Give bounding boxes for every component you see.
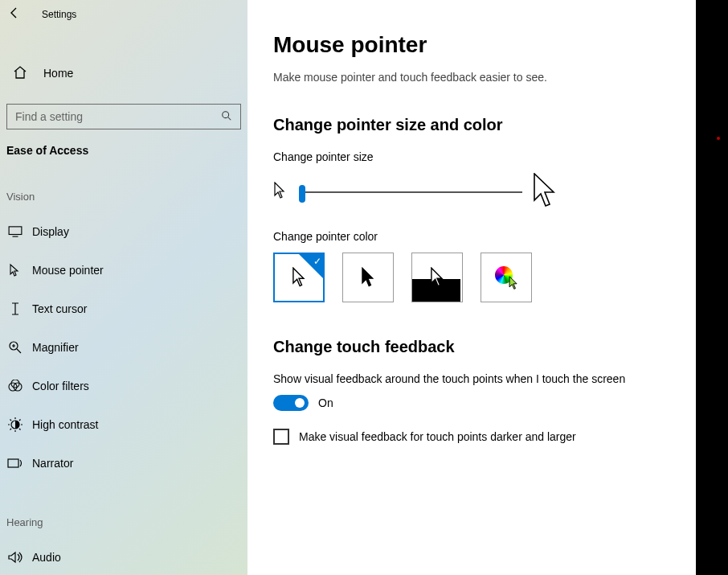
- toggle-knob: [295, 398, 305, 408]
- sidebar-item-display[interactable]: Display: [0, 212, 247, 251]
- magnifier-icon: [6, 340, 24, 355]
- home-label: Home: [43, 67, 73, 80]
- pointer-size-slider[interactable]: [299, 191, 522, 193]
- darker-larger-checkbox[interactable]: [273, 429, 289, 445]
- sidebar-item-color-filters[interactable]: Color filters: [0, 367, 247, 405]
- sidebar-item-magnifier[interactable]: Magnifier: [0, 328, 247, 367]
- touch-feedback-toggle[interactable]: [273, 395, 309, 411]
- app-title: Settings: [42, 9, 76, 20]
- touch-toggle-caption: Show visual feedback around the touch po…: [273, 372, 696, 385]
- category-title: Ease of Access: [0, 129, 247, 157]
- black-strip: [696, 0, 728, 575]
- cursor-small-icon: [273, 182, 289, 202]
- content-pane: Mouse pointer Make mouse pointer and tou…: [247, 0, 696, 575]
- check-icon: ✓: [313, 256, 321, 267]
- svg-rect-7: [8, 459, 18, 467]
- pointer-size-label: Change pointer size: [273, 150, 696, 163]
- search-icon: [221, 110, 232, 124]
- audio-icon: [6, 551, 24, 564]
- narrator-icon: [6, 457, 24, 470]
- color-option-inverted[interactable]: [411, 253, 463, 302]
- red-dot-icon: [717, 137, 720, 140]
- colorfilters-icon: [6, 380, 24, 392]
- group-hearing-label: Hearing: [0, 516, 247, 528]
- search-input[interactable]: Find a setting: [6, 104, 241, 129]
- slider-thumb[interactable]: [299, 185, 305, 203]
- color-option-white[interactable]: ✓: [273, 253, 325, 302]
- home-button[interactable]: Home: [0, 57, 247, 89]
- display-icon: [6, 226, 24, 237]
- section-size-color-title: Change pointer size and color: [273, 116, 696, 134]
- sidebar: Settings Home Find a setting Ease of Acc…: [0, 0, 247, 575]
- sidebar-item-label: Display: [32, 225, 69, 238]
- sidebar-item-text-cursor[interactable]: Text cursor: [0, 290, 247, 328]
- toggle-state-label: On: [318, 396, 333, 409]
- home-icon: [13, 65, 27, 82]
- sidebar-item-narrator[interactable]: Narrator: [0, 444, 247, 483]
- color-option-black[interactable]: [342, 253, 394, 302]
- sidebar-item-audio[interactable]: Audio: [0, 538, 247, 575]
- section-touch-title: Change touch feedback: [273, 338, 696, 356]
- highcontrast-icon: [6, 417, 24, 433]
- sidebar-item-label: Mouse pointer: [32, 264, 104, 277]
- textcursor-icon: [6, 302, 24, 316]
- group-vision-label: Vision: [0, 191, 247, 203]
- pointer-color-label: Change pointer color: [273, 230, 696, 243]
- pointer-size-slider-row: [273, 173, 696, 211]
- sidebar-item-label: High contrast: [32, 418, 98, 431]
- sidebar-item-label: Magnifier: [32, 341, 79, 354]
- darker-larger-label: Make visual feedback for touch points da…: [299, 430, 576, 443]
- search-placeholder: Find a setting: [15, 110, 83, 123]
- cursor-large-icon: [532, 173, 558, 211]
- pointer-icon: [6, 263, 24, 277]
- rainbow-icon: [495, 266, 517, 289]
- sidebar-item-label: Audio: [32, 551, 61, 564]
- sidebar-item-mouse-pointer[interactable]: Mouse pointer: [0, 251, 247, 290]
- svg-point-0: [223, 111, 229, 117]
- sidebar-item-high-contrast[interactable]: High contrast: [0, 405, 247, 444]
- sidebar-item-label: Text cursor: [32, 302, 87, 315]
- svg-rect-1: [9, 227, 22, 235]
- sidebar-item-label: Color filters: [32, 380, 89, 392]
- color-option-custom[interactable]: [481, 253, 532, 302]
- page-subtitle: Make mouse pointer and touch feedback ea…: [273, 71, 696, 84]
- back-icon[interactable]: [8, 6, 24, 22]
- sidebar-item-label: Narrator: [32, 457, 73, 470]
- pointer-color-options: ✓: [273, 253, 696, 302]
- page-title: Mouse pointer: [273, 32, 696, 58]
- titlebar: Settings: [0, 2, 247, 28]
